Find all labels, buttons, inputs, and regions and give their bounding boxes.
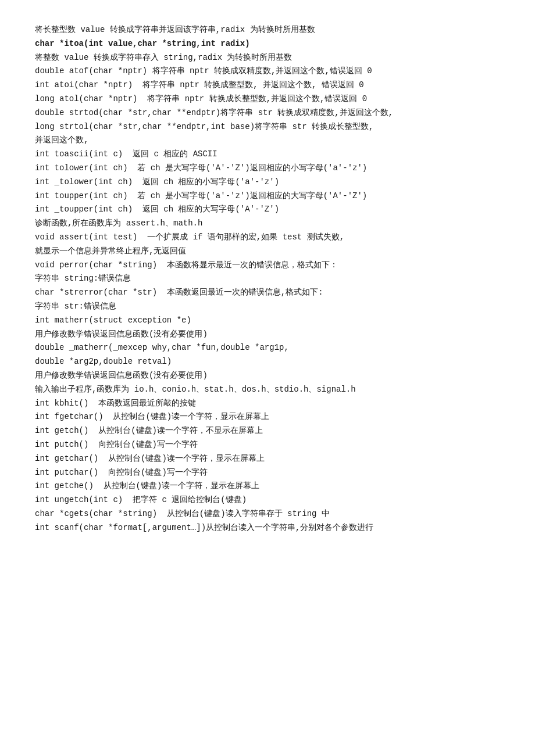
text-line-14: int _toupper(int ch) 返回 ch 相应的大写字母('A'-'… [35,203,500,217]
text-line-8: long strtol(char *str,char **endptr,int … [35,120,500,134]
text-line-9: 并返回这个数, [35,134,500,148]
text-line-1: 将长整型数 value 转换成字符串并返回该字符串,radix 为转换时所用基数 [35,23,500,37]
text-line-21: char *strerror(char *str) 本函数返回最近一次的错误信息… [35,286,500,300]
text-line-37: int getchar() 从控制台(键盘)读一个字符，显示在屏幕上 [35,452,500,466]
text-line-17: void assert(int test) 一个扩展成 if 语句那样的宏,如果… [35,231,500,245]
text-line-40: int ungetch(int c) 把字符 c 退回给控制台(键盘) [35,493,500,507]
text-line-27: double _matherr(_mexcep why,char *fun,do… [35,341,500,355]
text-line-29: 用户修改数学错误返回信息函数(没有必要使用) [35,369,500,383]
text-line-35: int getch() 从控制台(键盘)读一个字符，不显示在屏幕上 [35,424,500,438]
text-line-6: long atol(char *nptr) 将字符串 nptr 转换成长整型数,… [35,92,500,106]
text-line-39: int getche() 从控制台(键盘)读一个字符，显示在屏幕上 [35,479,500,493]
text-line-16: 诊断函数,所在函数库为 assert.h、math.h [35,217,500,231]
text-line-19: void perror(char *string) 本函数将显示最近一次的错误信… [35,259,500,273]
text-line-34: int fgetchar() 从控制台(键盘)读一个字符，显示在屏幕上 [35,410,500,424]
main-content: 将长整型数 value 转换成字符串并返回该字符串,radix 为转换时所用基数… [35,23,500,535]
text-line-42: int scanf(char *format[,argument…])从控制台读… [35,521,500,535]
text-line-33: int kbhit() 本函数返回最近所敲的按键 [35,397,500,411]
text-line-28: double *arg2p,double retval) [35,355,500,369]
text-line-3: 将整数 value 转换成字符串存入 string,radix 为转换时所用基数 [35,51,500,65]
text-line-38: int putchar() 向控制台(键盘)写一个字符 [35,466,500,480]
text-line-7: double strtod(char *str,char **endptr)将字… [35,106,500,120]
text-line-13: int toupper(int ch) 若 ch 是小写字母('a'-'z')返… [35,189,500,203]
text-line-5: int atoi(char *nptr) 将字符串 nptr 转换成整型数, 并… [35,78,500,92]
text-line-20: 字符串 string:错误信息 [35,272,500,286]
text-line-12: int _tolower(int ch) 返回 ch 相应的小写字母('a'-'… [35,175,500,189]
text-line-22: 字符串 str:错误信息 [35,300,500,314]
text-line-41: char *cgets(char *string) 从控制台(键盘)读入字符串存… [35,507,500,521]
text-line-32: 输入输出子程序,函数库为 io.h、conio.h、stat.h、dos.h、s… [35,383,500,397]
text-line-24: int matherr(struct exception *e) [35,314,500,328]
text-line-25: 用户修改数学错误返回信息函数(没有必要使用) [35,328,500,342]
text-line-2: char *itoa(int value,char *string,int ra… [35,37,500,51]
text-line-10: int toascii(int c) 返回 c 相应的 ASCII [35,148,500,162]
text-line-4: double atof(char *nptr) 将字符串 nptr 转换成双精度… [35,65,500,78]
text-line-18: 就显示一个信息并异常终止程序,无返回值 [35,245,500,259]
text-line-11: int tolower(int ch) 若 ch 是大写字母('A'-'Z')返… [35,162,500,175]
text-line-36: int putch() 向控制台(键盘)写一个字符 [35,438,500,452]
